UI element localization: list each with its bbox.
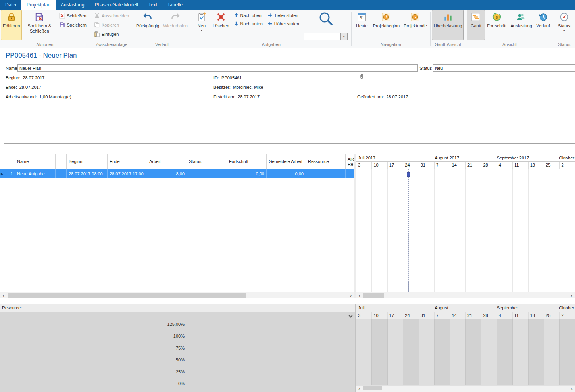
task-cell-5[interactable]: 8,00 [147, 169, 187, 178]
group-label-zwischenablage: Zwischenablage [92, 42, 131, 48]
task-cell-1[interactable]: Neue Aufgabe [15, 169, 56, 178]
day-header: 7 [434, 162, 450, 169]
ribbon-tab-bar: Datei Projektplan Auslastung Phasen-Gate… [0, 0, 575, 10]
gantt-gridline [465, 169, 466, 292]
kopieren-button[interactable]: Kopieren [92, 20, 131, 29]
scroll-right-arrow[interactable]: › [348, 292, 354, 298]
scroll-right-arrow[interactable]: › [568, 386, 575, 392]
tab-text[interactable]: Text [143, 0, 162, 10]
editieren-button[interactable]: Editieren [1, 10, 22, 40]
scroll-track[interactable] [7, 292, 348, 298]
ende-value: 28.07.2017 [19, 85, 41, 90]
compass-icon [559, 12, 569, 22]
scroll-thumb[interactable] [8, 293, 246, 298]
scroll-thumb[interactable] [363, 386, 382, 390]
combobox-arrow-icon[interactable]: ▼ [340, 33, 347, 40]
column-header-7[interactable]: Fortschritt [227, 154, 267, 169]
speichern-button[interactable]: Speichern [57, 20, 89, 29]
ausschneiden-button[interactable]: Ausschneiden [92, 11, 131, 20]
ribbon-separator [191, 12, 191, 46]
search-icon[interactable] [317, 11, 335, 28]
ueberbelastung-button[interactable]: Überbelastung [432, 10, 464, 40]
column-header-1[interactable]: Name [15, 154, 56, 169]
gantt-button[interactable]: Gantt [467, 10, 485, 40]
histogram-column [528, 319, 544, 387]
resource-filter-row[interactable] [0, 312, 355, 320]
nach-unten-button[interactable]: Nach unten [231, 19, 265, 28]
task-cell-2[interactable] [56, 169, 67, 178]
tab-datei[interactable]: Datei [0, 0, 21, 10]
task-cell-9[interactable] [306, 169, 346, 178]
day-header: 17 [387, 162, 403, 169]
heute-button[interactable]: 31 Heute [353, 10, 371, 40]
task-cell-6[interactable] [187, 169, 227, 178]
status-button[interactable]: Status ▼ [555, 10, 573, 40]
scroll-left-arrow[interactable]: ‹ [0, 292, 7, 298]
column-header-3[interactable]: Beginn [67, 154, 108, 169]
auslastung-button[interactable]: Auslastung [508, 10, 534, 40]
resource-histogram-body [356, 319, 575, 387]
task-grid-hscrollbar[interactable]: ‹ › [0, 292, 354, 298]
column-header-2[interactable] [56, 154, 67, 169]
task-cell-10[interactable] [346, 169, 354, 178]
text-caret [8, 104, 8, 110]
description-field[interactable] [4, 102, 575, 144]
paperclip-icon[interactable] [359, 73, 364, 81]
column-header-5[interactable]: Arbeit [147, 154, 187, 169]
history-clock-icon [538, 12, 548, 22]
gantt-milestone[interactable] [407, 172, 410, 177]
tiefer-stufen-button[interactable]: Tiefer stufen [265, 11, 302, 19]
schliessen-button[interactable]: Schließen [57, 11, 89, 20]
scroll-thumb[interactable] [363, 293, 384, 298]
scroll-right-arrow[interactable]: › [568, 292, 575, 298]
verlauf-button[interactable]: Verlauf [534, 10, 552, 40]
loeschen-button[interactable]: Löschen [211, 10, 231, 40]
column-header-4[interactable]: Ende [108, 154, 147, 169]
scroll-left-arrow[interactable]: ‹ [356, 292, 363, 298]
task-cell-7[interactable]: 0,00 [227, 169, 267, 178]
task-row[interactable]: ▶ 1 Neue Aufgabe28.07.2017 08:0028.07.20… [0, 169, 354, 178]
einfuegen-button[interactable]: Einfügen [92, 29, 131, 38]
day-header: 24 [403, 312, 418, 319]
tab-tabelle[interactable]: Tabelle [162, 0, 188, 10]
column-header-10[interactable]: Alle Re [346, 154, 354, 169]
resource-hscrollbar[interactable]: ‹ › [356, 385, 575, 392]
hoeher-stufen-label: Höher stufen [274, 21, 299, 26]
task-cell-3[interactable]: 28.07.2017 08:00 [67, 169, 108, 178]
task-cell-4[interactable]: 28.07.2017 17:00 [108, 169, 147, 178]
schliessen-label: Schließen [67, 13, 86, 18]
hoeher-stufen-button[interactable]: Höher stufen [265, 19, 302, 28]
projektende-button[interactable]: Projektende [402, 10, 429, 40]
tab-projektplan[interactable]: Projektplan [21, 0, 56, 10]
task-cell-8[interactable]: 0,00 [267, 169, 306, 178]
geaendert-am-value: 28.07.2017 [386, 94, 408, 99]
task-search-combobox[interactable]: ▼ [304, 33, 348, 40]
neu-button[interactable]: Neu ▼ [192, 10, 211, 40]
day-header: 18 [528, 162, 544, 169]
wiederholen-label: Wiederholen [163, 23, 188, 29]
chevron-down-icon [349, 313, 353, 317]
fortschritt-button[interactable]: $ Fortschritt [485, 10, 508, 40]
tab-auslastung[interactable]: Auslastung [56, 0, 89, 10]
tab-phasen-gate-modell[interactable]: Phasen-Gate Modell [89, 0, 143, 10]
ribbon-group-verlauf: Rückgängig Wiederholen Verlauf [133, 10, 190, 48]
dropdown-caret-icon: ▼ [200, 29, 203, 32]
column-header-9[interactable]: Ressource [306, 154, 346, 169]
rueckgaengig-button[interactable]: Rückgängig [134, 10, 161, 40]
month-header: August 2017 [433, 154, 494, 161]
gantt-hscrollbar[interactable]: ‹ › [356, 292, 575, 298]
wiederholen-button[interactable]: Wiederholen [161, 10, 190, 40]
ribbon-group-aktionen: Editieren Speichern & Schließen Schließe… [0, 10, 90, 48]
gantt-date-line [408, 169, 409, 292]
nach-oben-button[interactable]: Nach oben [231, 11, 265, 19]
resource-axis: 125,00%100%75%50%25%0% [0, 320, 185, 386]
projektbeginn-button[interactable]: Projektbeginn [371, 10, 402, 40]
column-header-8[interactable]: Gemeldete Arbeit [267, 154, 306, 169]
scroll-track[interactable] [363, 386, 568, 392]
column-header-6[interactable]: Status [187, 154, 227, 169]
name-input[interactable] [17, 64, 418, 72]
status-input[interactable] [433, 64, 575, 72]
scroll-left-arrow[interactable]: ‹ [356, 386, 363, 392]
scroll-track[interactable] [363, 292, 568, 298]
speichern-und-schliessen-button[interactable]: Speichern & Schließen [22, 10, 57, 40]
